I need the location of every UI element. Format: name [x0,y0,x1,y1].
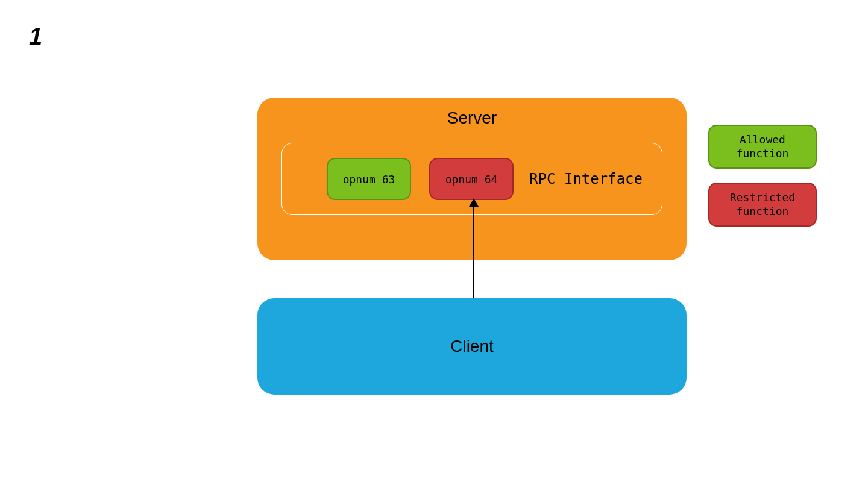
legend-restricted: Restricted function [708,183,817,227]
arrow-line [473,204,474,299]
server-label: Server [257,108,687,128]
legend-allowed-line2: function [737,147,789,160]
arrow-head-icon [469,198,479,207]
rpc-interface-label: RPC Interface [529,170,643,187]
step-number: 1 [29,23,42,50]
opnum-restricted-box: opnum 64 [429,158,514,200]
legend-restricted-line1: Restricted [730,191,795,204]
server-container: Server opnum 63 opnum 64 RPC Interface [257,98,687,260]
client-container: Client [257,298,687,395]
legend-allowed: Allowed function [708,125,817,169]
legend-allowed-line1: Allowed [740,133,785,146]
legend-restricted-line2: function [737,205,789,217]
client-label: Client [450,337,494,356]
opnum-allowed-box: opnum 63 [327,158,411,200]
